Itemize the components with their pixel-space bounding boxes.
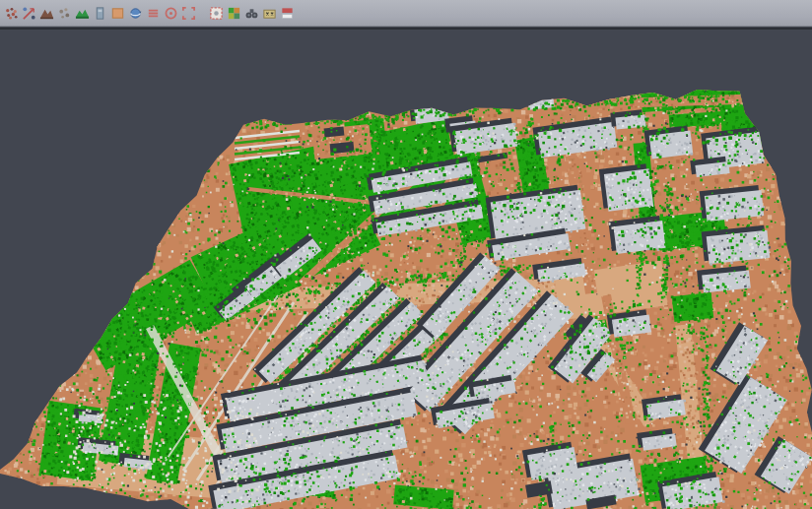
classification-icon[interactable] [225,2,242,24]
area-icon[interactable] [108,2,126,24]
points-icon[interactable] [55,2,73,24]
center-view-icon[interactable] [162,2,179,24]
profile-icon[interactable] [144,2,162,24]
point-cloud-render[interactable] [0,30,812,509]
terrain-icon[interactable] [37,2,55,24]
selection-box-icon[interactable] [207,2,225,24]
binoculars-icon[interactable] [242,2,260,24]
zoom-extents-icon[interactable] [179,2,197,24]
toolbox-icon[interactable] [260,2,278,24]
layers-icon[interactable] [278,2,296,24]
toolbar-divider [197,2,207,24]
main-toolbar [0,0,812,27]
surface-icon[interactable] [73,2,91,24]
application-window [0,0,812,509]
transform-icon[interactable] [20,2,37,24]
panel-icon[interactable] [91,2,108,24]
orbit-icon[interactable] [126,2,144,24]
3d-viewport[interactable] [0,30,812,509]
point-cloud-icon[interactable] [2,2,20,24]
